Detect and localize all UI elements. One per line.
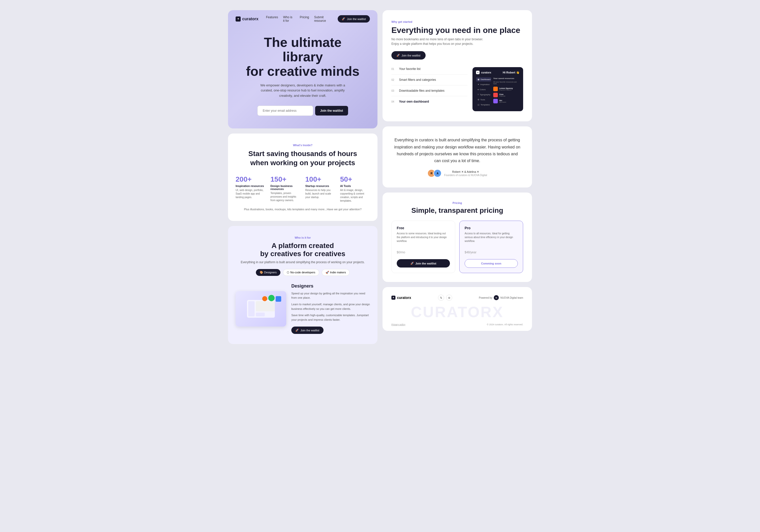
footer-watermark: CURATORX <box>391 303 523 321</box>
free-plan-price: $0/mo <box>397 247 450 255</box>
pricing-cards: Free Access to some resources. Ideal tes… <box>391 221 523 273</box>
dash-nav-templates[interactable]: ◫ Templates <box>476 103 491 107</box>
pricing-section: Pricing Simple, transparent pricing Free… <box>383 193 532 282</box>
logo: ✦ curatorx <box>236 17 259 22</box>
nav-pricing[interactable]: Pricing <box>300 16 309 23</box>
designer-heading: Designers <box>291 283 370 289</box>
dash-content: Your saved resources All your favorite r… <box>493 77 520 108</box>
footer-brand-name: curatorx <box>397 296 411 300</box>
features-tag: Why get started <box>391 20 523 23</box>
svg-rect-3 <box>256 313 265 316</box>
founder-names: Robert ✕ & Adelina ✕ Founders of curator… <box>444 170 487 176</box>
twitter-icon[interactable]: 𝕏 <box>438 295 444 301</box>
logo-icon: ✦ <box>236 17 241 22</box>
svg-rect-2 <box>256 301 275 311</box>
hero-email-input[interactable] <box>258 106 313 116</box>
pro-plan-button[interactable]: Comming soon <box>465 259 518 268</box>
designer-text: Designers Speed up your design by gettin… <box>291 283 370 334</box>
audience-tabs: 🎨 Designers ⬡ No-code developers 🚀 Indie… <box>236 269 370 276</box>
designer-screen-illustration <box>246 299 276 319</box>
stats-section: What's Inside? Start saving thousands of… <box>228 133 377 221</box>
dash-nav-tools[interactable]: ⚙ Tools <box>476 98 491 102</box>
designer-image <box>236 291 286 326</box>
dash-typography-icon: T <box>478 93 479 96</box>
dash-brand: curatorx <box>481 71 491 74</box>
privacy-link[interactable]: Privacy policy <box>391 323 405 326</box>
nav-waitlist-label: Join the waitlist <box>347 18 366 21</box>
feature-divider-3 <box>391 96 467 96</box>
dash-templates-icon: ◫ <box>478 104 480 106</box>
nav-links: Features Who is it for Pricing Submit re… <box>266 16 330 23</box>
designer-desc2: Learn to market yourself, manage clients… <box>291 302 370 311</box>
dash-nav: ▦ Dashboard ✦ Inspiration ● Colors <box>476 77 491 108</box>
tab-nocode[interactable]: ⬡ No-code developers <box>283 269 319 276</box>
svg-rect-1 <box>248 301 255 316</box>
dash-tools-icon: ⚙ <box>478 99 479 101</box>
designers-icon: 🎨 <box>260 271 263 274</box>
nav-features[interactable]: Features <box>266 16 278 23</box>
copyright: © 2024 curatorx. All rights reserved. <box>487 323 523 326</box>
feature-item-2: 02 Smart filters and categories <box>391 78 467 81</box>
dashboard-preview: ✦ curatorx Hi Robert 👋 ▦ Dashboard <box>472 67 523 111</box>
feature-item-1: 01 Your favorite list <box>391 67 467 71</box>
pro-plan-price: $48/year <box>465 247 518 255</box>
founders: R A Robert ✕ & Adelina ✕ Founders of cur… <box>391 169 523 177</box>
dash-inspiration-icon: ✦ <box>478 83 479 86</box>
features-title: Everything you need in one place <box>391 25 523 35</box>
quote-section: Everything in curatorx is built around s… <box>383 126 532 187</box>
saved-item-1-text: Lemon Squeezy Payment Platform <box>499 87 513 91</box>
hero-waitlist-button[interactable]: Join the waitlist <box>315 106 348 116</box>
designer-desc1: Speed up your design by getting all the … <box>291 291 370 300</box>
platform-subtitle: Everything in our platform is built arou… <box>236 261 370 264</box>
features-waitlist-button[interactable]: 🚀 Join the waitlist <box>391 51 426 60</box>
stats-tag: What's Inside? <box>236 144 370 147</box>
designer-desc3: Save time with high-quality, customizabl… <box>291 313 370 322</box>
stat-ai: 50+ AI Tools Art & image, design, copywr… <box>340 175 370 203</box>
avatar-adelina: A <box>433 169 442 177</box>
hero-title-line2: for creative minds <box>246 64 359 78</box>
hero-title: The ultimate library for creative minds <box>243 35 362 79</box>
designer-content: Designers Speed up your design by gettin… <box>236 283 370 334</box>
hero-form: Join the waitlist <box>243 106 362 116</box>
dash-nav-dashboard[interactable]: ▦ Dashboard <box>476 77 491 81</box>
tab-indie[interactable]: 🚀 Indie makers <box>322 269 350 276</box>
footer-section: ✦ curatorx 𝕏 ⊙ Powered by N NUOVA Digita… <box>383 287 532 331</box>
dash-nav-inspiration[interactable]: ✦ Inspiration <box>476 82 491 87</box>
features-list: 01 Your favorite list 02 Smart filters a… <box>391 67 523 111</box>
nav-submit[interactable]: Submit resource <box>314 16 330 23</box>
free-plan-button[interactable]: 🚀 Join the waitlist <box>397 259 450 267</box>
nav-who[interactable]: Who is it for <box>283 16 295 23</box>
instagram-icon[interactable]: ⊙ <box>446 295 452 301</box>
footer-powered: Powered by N NUOVA Digital team <box>479 295 523 300</box>
saved-item-1: Lemon Squeezy Payment Platform <box>493 87 520 91</box>
platform-tag: Who is it for <box>236 236 370 239</box>
saved-item-2-icon <box>493 93 498 97</box>
stats-footer: Plus illustrations, books, mockups, kits… <box>236 208 370 211</box>
saved-item-3-icon <box>493 99 498 103</box>
nav-waitlist-icon: 🚀 <box>342 17 345 21</box>
saved-item-3: Arc @browser <box>493 99 520 103</box>
pro-plan-name: Pro <box>465 226 518 230</box>
saved-item-2-text: Cron Calendar <box>499 93 505 97</box>
dashboard-sidebar: ▦ Dashboard ✦ Inspiration ● Colors <box>476 77 520 108</box>
free-plan-name: Free <box>397 226 450 230</box>
dash-dashboard-icon: ▦ <box>478 78 480 80</box>
nav-waitlist-button[interactable]: 🚀 Join the waitlist <box>338 15 370 23</box>
footer-logo: ✦ curatorx <box>391 296 411 300</box>
hero-subtitle: We empower designers, developers & indie… <box>255 83 351 99</box>
feature-divider-2 <box>391 85 467 85</box>
designer-waitlist-button[interactable]: 🚀 Join the waitlist <box>291 326 323 334</box>
dash-nav-typography[interactable]: T Typography <box>476 92 491 97</box>
stats-title: Start saving thousands of hours when wor… <box>236 149 370 168</box>
hero-title-line1: The ultimate library <box>264 35 342 64</box>
pro-plan-desc: Access to all resources. Ideal for getti… <box>465 231 518 243</box>
dash-greeting: Hi Robert 👋 <box>502 71 520 74</box>
free-plan-icon: 🚀 <box>410 262 414 265</box>
dash-nav-colors[interactable]: ● Colors <box>476 87 491 92</box>
stat-inspiration: 200+ Inspiration resources UI, web desig… <box>236 175 265 203</box>
designer-cta-icon: 🚀 <box>295 329 299 332</box>
footer-bottom: Privacy policy © 2024 curatorx. All righ… <box>391 323 523 326</box>
stat-startup: 100+ Startup resources Resources to help… <box>305 175 335 203</box>
pricing-title: Simple, transparent pricing <box>391 207 523 215</box>
tab-designers[interactable]: 🎨 Designers <box>256 269 281 276</box>
